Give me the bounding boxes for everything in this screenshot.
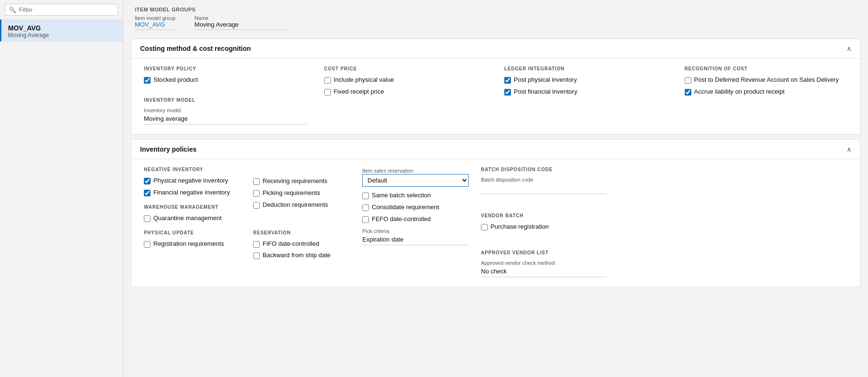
physical-update-label: PHYSICAL UPDATE: [144, 230, 241, 235]
post-to-deferred-row[interactable]: Post to Deferred Revenue Account on Sale…: [685, 76, 848, 84]
inventory-policies-section: Inventory policies ∧ NEGATIVE INVENTORY …: [131, 139, 860, 287]
batch-disposition-col: BATCH DISPOSITION CODE Batch disposition…: [477, 167, 610, 277]
item-sales-reservation-label: Item sales reservation: [362, 168, 414, 174]
fifo-date-controlled-checkbox[interactable]: [253, 241, 260, 248]
financial-negative-inventory-row[interactable]: Financial negative inventory: [144, 189, 241, 197]
batch-disposition-group: BATCH DISPOSITION CODE Batch disposition…: [481, 167, 606, 194]
purchase-registration-label: Purchase registration: [491, 223, 549, 231]
include-physical-value-row[interactable]: Include physical value: [324, 76, 488, 84]
post-physical-inventory-checkbox[interactable]: [504, 77, 511, 84]
requirements-col: Receiving requirements Picking requireme…: [249, 167, 354, 277]
receiving-requirements-checkbox[interactable]: [253, 178, 260, 185]
accrue-liability-checkbox[interactable]: [685, 89, 691, 96]
inventory-model-field-label: Inventory model: [144, 107, 307, 113]
item-model-group-field: Item model group MOV_AVG: [135, 15, 176, 30]
item-sales-col: Item sales reservation Default Same batc…: [359, 167, 472, 277]
filter-input[interactable]: [19, 6, 114, 13]
backward-from-ship-label: Backward from ship date: [263, 251, 330, 260]
financial-negative-inventory-label: Financial negative inventory: [153, 189, 230, 197]
same-batch-selection-checkbox[interactable]: [362, 193, 369, 199]
item-model-group-value[interactable]: MOV_AVG: [135, 21, 176, 30]
fixed-receipt-price-label: Fixed receipt price: [334, 88, 384, 96]
post-physical-inventory-label: Post physical inventory: [514, 76, 577, 84]
picking-requirements-row[interactable]: Picking requirements: [253, 189, 350, 197]
costing-section-header[interactable]: Costing method & cost recognition ∧: [132, 39, 860, 58]
post-financial-inventory-row[interactable]: Post financial inventory: [504, 88, 668, 96]
registration-requirements-row[interactable]: Registration requirements: [144, 240, 241, 248]
pick-criteria-label: Pick criteria: [362, 228, 469, 234]
backward-from-ship-checkbox[interactable]: [253, 252, 260, 259]
item-model-group-label: Item model group: [135, 15, 176, 21]
costing-section-body: INVENTORY POLICY Stocked product INVENTO…: [132, 58, 860, 134]
consolidate-requirement-checkbox[interactable]: [362, 204, 369, 211]
breadcrumb-row: Item model group MOV_AVG Name Moving Ave…: [135, 15, 857, 30]
policies-cols: NEGATIVE INVENTORY Physical negative inv…: [140, 167, 851, 277]
batch-disposition-group-label: BATCH DISPOSITION CODE: [481, 167, 606, 172]
warehouse-management-group: WAREHOUSE MANAGEMENT Quarantine manageme…: [144, 204, 241, 222]
inventory-policies-section-header[interactable]: Inventory policies ∧: [132, 140, 860, 159]
fifo-date-controlled-row[interactable]: FIFO date-controlled: [253, 240, 350, 248]
purchase-registration-row[interactable]: Purchase registration: [481, 223, 606, 231]
sidebar-item-title: MOV_AVG: [8, 24, 116, 32]
receiving-requirements-row[interactable]: Receiving requirements: [253, 177, 350, 185]
purchase-registration-checkbox[interactable]: [481, 224, 488, 231]
fixed-receipt-price-checkbox[interactable]: [324, 89, 331, 96]
picking-requirements-label: Picking requirements: [263, 189, 320, 197]
registration-requirements-checkbox[interactable]: [144, 241, 151, 248]
name-label: Name: [195, 15, 290, 21]
approved-vendor-label: APPROVED VENDOR LIST: [481, 250, 606, 255]
negative-inventory-col: NEGATIVE INVENTORY Physical negative inv…: [140, 167, 245, 277]
financial-negative-inventory-checkbox[interactable]: [144, 190, 151, 196]
cost-price-label: COST PRICE: [324, 66, 488, 71]
physical-negative-inventory-row[interactable]: Physical negative inventory: [144, 177, 241, 185]
stocked-product-checkbox[interactable]: [144, 77, 151, 84]
fefo-date-controlled-label: FEFO date-controlled: [372, 215, 431, 223]
post-financial-inventory-label: Post financial inventory: [514, 88, 577, 96]
post-financial-inventory-checkbox[interactable]: [504, 89, 511, 96]
batch-disposition-input[interactable]: [481, 184, 606, 194]
recognition-of-cost-group: RECOGNITION OF COST Post to Deferred Rev…: [681, 66, 852, 125]
cost-price-group: COST PRICE Include physical value Fixed …: [321, 66, 491, 125]
recognition-of-cost-label: RECOGNITION OF COST: [685, 66, 848, 71]
deduction-requirements-row[interactable]: Deduction requirements: [253, 201, 350, 209]
deduction-requirements-checkbox[interactable]: [253, 202, 260, 209]
deduction-requirements-label: Deduction requirements: [263, 201, 328, 209]
quarantine-management-row[interactable]: Quarantine management: [144, 214, 241, 222]
inventory-model-input[interactable]: [144, 114, 307, 125]
consolidate-requirement-label: Consolidate requirement: [372, 203, 439, 212]
approved-vendor-input[interactable]: [481, 267, 606, 277]
vendor-batch-group: VENDOR BATCH Purchase registration: [481, 213, 606, 231]
fefo-date-controlled-row[interactable]: FEFO date-controlled: [362, 215, 469, 223]
ledger-integration-label: LEDGER INTEGRATION: [504, 66, 668, 71]
pick-criteria-input[interactable]: [362, 235, 469, 245]
filter-box[interactable]: 🔍: [5, 4, 118, 16]
inventory-policies-body: NEGATIVE INVENTORY Physical negative inv…: [132, 159, 860, 287]
name-field: Name Moving Average: [195, 15, 290, 30]
item-sales-group: Item sales reservation Default Same batc…: [362, 167, 469, 245]
sidebar-item-mov-avg[interactable]: MOV_AVG Moving Average: [0, 19, 123, 41]
fixed-receipt-price-row[interactable]: Fixed receipt price: [324, 88, 488, 96]
post-to-deferred-checkbox[interactable]: [685, 77, 691, 84]
inventory-model-group: INVENTORY MODEL Inventory model: [144, 97, 307, 125]
sidebar: 🔍 MOV_AVG Moving Average: [0, 0, 123, 377]
accrue-liability-row[interactable]: Accrue liability on product receipt: [685, 88, 848, 96]
empty-col: [615, 167, 748, 277]
backward-from-ship-row[interactable]: Backward from ship date: [253, 251, 350, 260]
include-physical-value-checkbox[interactable]: [324, 77, 331, 84]
sidebar-item-subtitle: Moving Average: [8, 32, 116, 39]
picking-requirements-checkbox[interactable]: [253, 190, 260, 197]
stocked-product-row[interactable]: Stocked product: [144, 76, 307, 84]
quarantine-management-checkbox[interactable]: [144, 215, 151, 222]
consolidate-requirement-row[interactable]: Consolidate requirement: [362, 203, 469, 212]
item-sales-reservation-select[interactable]: Default: [362, 174, 469, 187]
approved-vendor-group: APPROVED VENDOR LIST Approved vendor che…: [481, 250, 606, 277]
batch-disposition-field-label: Batch disposition code: [481, 177, 606, 183]
post-physical-inventory-row[interactable]: Post physical inventory: [504, 76, 668, 84]
inventory-policies-chevron-icon: ∧: [847, 145, 851, 153]
inventory-policy-group: INVENTORY POLICY Stocked product INVENTO…: [140, 66, 311, 125]
ledger-integration-group: LEDGER INTEGRATION Post physical invento…: [500, 66, 671, 125]
fefo-date-controlled-checkbox[interactable]: [362, 216, 369, 223]
same-batch-selection-row[interactable]: Same batch selection: [362, 192, 469, 200]
physical-negative-inventory-checkbox[interactable]: [144, 178, 151, 184]
inventory-policies-title: Inventory policies: [140, 145, 197, 153]
